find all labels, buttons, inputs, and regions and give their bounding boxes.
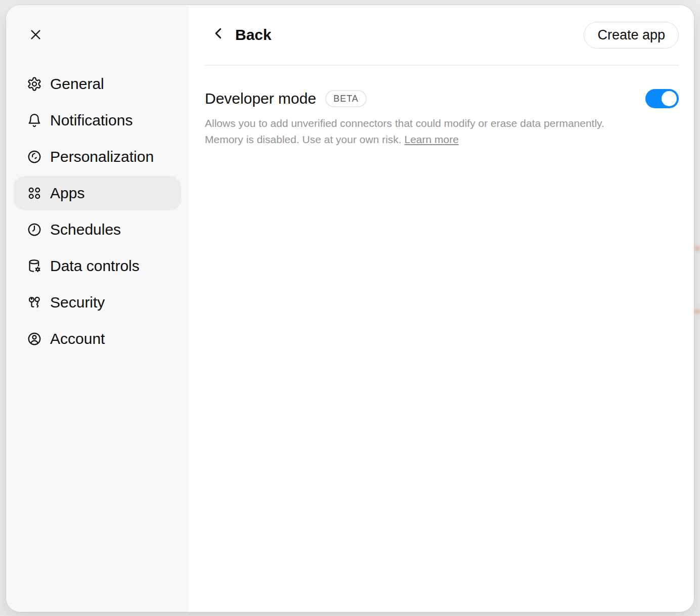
bell-icon [27, 113, 42, 128]
sidebar-item-account[interactable]: Account [14, 322, 181, 356]
sidebar-item-apps[interactable]: Apps [14, 176, 181, 210]
sidebar-item-label: Data controls [50, 258, 140, 274]
sidebar-item-data-controls[interactable]: Data controls [14, 249, 181, 283]
user-circle-icon [27, 331, 42, 346]
panel-header: Back Create app [205, 5, 679, 66]
chevron-left-icon [211, 26, 226, 45]
sidebar-item-label: Account [50, 331, 105, 346]
learn-more-link[interactable]: Learn more [404, 134, 458, 145]
apps-settings-panel: Back Create app Developer mode BETA Allo… [189, 5, 694, 612]
developer-mode-toggle[interactable] [645, 89, 679, 108]
sidebar-item-label: Notifications [50, 113, 133, 128]
apps-grid-icon [27, 186, 42, 201]
keys-icon [27, 295, 42, 310]
sidebar-item-security[interactable]: Security [14, 285, 181, 320]
back-button[interactable]: Back [211, 26, 272, 45]
create-app-button[interactable]: Create app [584, 22, 679, 49]
developer-mode-section: Developer mode BETA Allows you to add un… [189, 66, 694, 148]
developer-mode-title-group: Developer mode BETA [205, 90, 367, 107]
background-content-peek [695, 246, 700, 250]
developer-mode-title: Developer mode [205, 90, 316, 107]
developer-mode-row: Developer mode BETA [205, 89, 679, 108]
sidebar-item-personalization[interactable]: Personalization [14, 140, 181, 174]
personalization-icon [27, 149, 42, 164]
close-icon [29, 28, 42, 43]
background-content-peek [695, 310, 700, 314]
settings-nav: General Notifications [6, 67, 189, 356]
sidebar-item-notifications[interactable]: Notifications [14, 103, 181, 138]
gear-icon [27, 76, 42, 92]
beta-badge: BETA [325, 90, 367, 107]
close-button[interactable] [24, 24, 47, 47]
back-label: Back [235, 26, 272, 43]
sidebar-item-label: General [50, 76, 104, 92]
developer-mode-description: Allows you to add unverified connectors … [205, 115, 630, 148]
settings-dialog: General Notifications [6, 5, 694, 612]
sidebar-item-label: Security [50, 295, 105, 310]
sidebar-item-label: Personalization [50, 149, 154, 164]
settings-sidebar: General Notifications [6, 5, 189, 612]
toggle-knob [662, 91, 677, 106]
clock-icon [27, 222, 42, 237]
sidebar-item-label: Apps [50, 186, 84, 201]
database-gear-icon [27, 258, 42, 274]
sidebar-item-label: Schedules [50, 222, 121, 237]
sidebar-item-schedules[interactable]: Schedules [14, 212, 181, 247]
sidebar-item-general[interactable]: General [14, 67, 181, 101]
